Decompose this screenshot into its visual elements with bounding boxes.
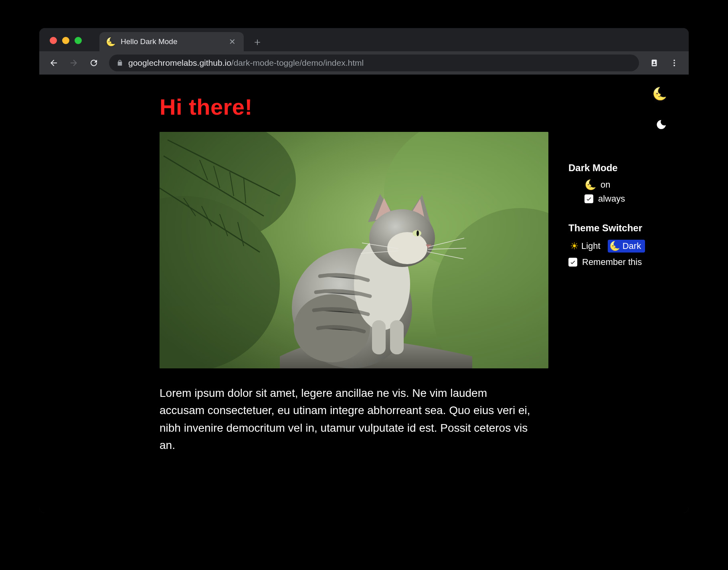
kebab-menu-icon xyxy=(670,59,679,67)
hero-image xyxy=(160,132,548,368)
theme-light-label: Light xyxy=(581,241,601,251)
theme-dark-option[interactable]: 🌜 Dark xyxy=(608,240,645,253)
browser-menu-button[interactable] xyxy=(666,55,682,71)
browser-tab[interactable]: 🌜 Hello Dark Mode ✕ xyxy=(99,32,244,51)
address-bar[interactable]: googlechromelabs.github.io/dark-mode-tog… xyxy=(109,55,639,71)
svg-point-29 xyxy=(417,230,419,236)
svg-point-1 xyxy=(653,61,655,63)
dark-mode-state-label: on xyxy=(601,180,610,190)
remember-checkbox[interactable] xyxy=(568,258,577,267)
lock-icon xyxy=(116,59,123,67)
moon-icon: 🌜 xyxy=(609,241,620,251)
tab-title: Hello Dark Mode xyxy=(121,37,222,46)
profile-button[interactable] xyxy=(646,55,662,71)
nav-forward-button[interactable] xyxy=(66,55,82,71)
cat-illustration-icon xyxy=(160,132,548,368)
check-icon xyxy=(570,259,576,265)
arrow-right-icon xyxy=(69,58,79,68)
theme-controls-panel: 🌜 Dark Mode 🌜 on always xyxy=(568,87,673,286)
page-viewport: Hi there! xyxy=(39,75,689,513)
new-tab-button[interactable]: ＋ xyxy=(249,34,265,50)
theme-quick-icons: 🌜 xyxy=(568,87,673,131)
check-icon xyxy=(586,196,592,202)
browser-window: 🌜 Hello Dark Mode ✕ ＋ googlechromelabs.g… xyxy=(39,28,689,513)
sun-icon: ☀ xyxy=(570,241,579,252)
theme-switcher-segmented: ☀ Light 🌜 Dark xyxy=(568,239,673,253)
svg-point-27 xyxy=(387,232,427,264)
svg-rect-25 xyxy=(390,320,404,354)
always-label: always xyxy=(598,194,625,204)
page-heading: Hi there! xyxy=(160,94,548,120)
theme-switcher-group: Theme Switcher ☀ Light 🌜 Dark Remem xyxy=(568,222,673,267)
url-host: googlechromelabs.github.io xyxy=(128,58,231,67)
nav-reload-button[interactable] xyxy=(86,55,102,71)
window-minimize-button[interactable] xyxy=(62,37,69,44)
reload-icon xyxy=(89,58,99,68)
moon-outline-icon[interactable] xyxy=(655,119,667,131)
dark-mode-group: Dark Mode 🌜 on always xyxy=(568,162,673,204)
main-content: Hi there! xyxy=(160,94,548,497)
tab-strip: 🌜 Hello Dark Mode ✕ ＋ xyxy=(39,28,689,51)
theme-switcher-title: Theme Switcher xyxy=(568,222,673,234)
window-controls xyxy=(50,37,82,44)
remember-row: Remember this xyxy=(568,257,673,267)
theme-dark-label: Dark xyxy=(623,241,641,251)
remember-label: Remember this xyxy=(582,257,642,267)
moon-icon: 🌜 xyxy=(584,179,596,190)
moon-emoji-icon[interactable]: 🌜 xyxy=(652,87,667,101)
dark-mode-always-row: always xyxy=(584,194,673,204)
svg-point-2 xyxy=(673,60,675,61)
browser-toolbar: googlechromelabs.github.io/dark-mode-tog… xyxy=(39,51,689,75)
window-zoom-button[interactable] xyxy=(75,37,82,44)
svg-point-3 xyxy=(673,62,675,64)
svg-point-4 xyxy=(673,65,675,67)
arrow-left-icon xyxy=(49,58,59,68)
url-text: googlechromelabs.github.io/dark-mode-tog… xyxy=(128,58,364,68)
dark-mode-state-row[interactable]: 🌜 on xyxy=(584,179,673,190)
tab-favicon-icon: 🌜 xyxy=(106,38,116,46)
shopping-bag-icon xyxy=(650,59,659,67)
url-path: /dark-mode-toggle/demo/index.html xyxy=(231,58,364,67)
nav-back-button[interactable] xyxy=(46,55,62,71)
dark-mode-title: Dark Mode xyxy=(568,162,673,174)
svg-rect-24 xyxy=(372,320,386,354)
window-close-button[interactable] xyxy=(50,37,57,44)
body-paragraph: Lorem ipsum dolor sit amet, legere ancil… xyxy=(160,384,532,454)
always-checkbox[interactable] xyxy=(584,194,593,203)
tab-close-button[interactable]: ✕ xyxy=(227,36,237,47)
theme-light-option[interactable]: ☀ Light xyxy=(568,239,605,253)
